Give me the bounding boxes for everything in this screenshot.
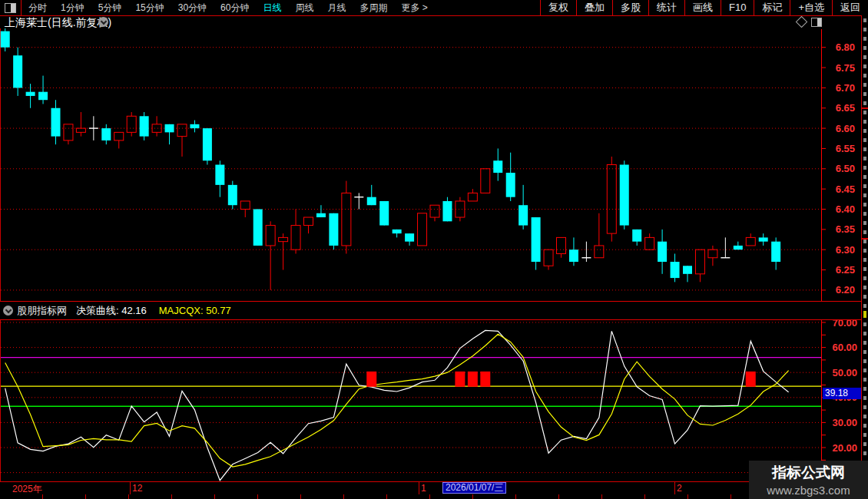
candle-down	[393, 230, 402, 233]
candle-down	[506, 173, 515, 197]
toolbar-button-7[interactable]: +自选	[790, 0, 832, 15]
svg-text:6.75: 6.75	[836, 62, 855, 74]
candle-up	[595, 246, 604, 258]
svg-text:6.65: 6.65	[836, 102, 855, 114]
strip-highlight-glyph	[863, 311, 866, 318]
toolbar-button-8[interactable]: 返回	[832, 0, 868, 15]
symbol-title: 上海莱士(日线.前复权)	[5, 16, 111, 30]
tab-period-6[interactable]: 日线	[256, 2, 288, 15]
svg-text:30.00: 30.00	[832, 417, 857, 428]
tab-period-8[interactable]: 月线	[320, 2, 353, 15]
svg-text:6.35: 6.35	[836, 223, 855, 235]
strip-section-divider	[862, 107, 868, 109]
tab-period-3[interactable]: 15分钟	[128, 2, 171, 15]
candle-up	[342, 193, 351, 246]
tab-period-2[interactable]: 5分钟	[91, 2, 129, 15]
candle-up	[240, 201, 250, 210]
svg-text:50.00: 50.00	[832, 367, 857, 378]
timeline-label: 2	[677, 483, 682, 494]
timeline-divider	[130, 482, 131, 494]
timeline-divider	[674, 482, 675, 494]
candle-down	[190, 124, 199, 128]
svg-text:60.00: 60.00	[832, 342, 857, 353]
tab-period-1[interactable]: 1分钟	[54, 2, 91, 15]
candle-up	[607, 165, 616, 234]
price-axis-labels: 6.806.756.706.656.606.556.506.456.406.35…	[821, 41, 855, 296]
majcqx-value: MAJCQX: 50.77	[159, 305, 231, 316]
tab-period-4[interactable]: 30分钟	[171, 2, 214, 15]
candle-down	[140, 116, 149, 136]
toolbar-button-4[interactable]: 画线	[684, 0, 721, 15]
svg-text:6.55: 6.55	[836, 143, 855, 154]
right-sidebar-clipped[interactable]	[861, 15, 868, 499]
candle-down	[228, 185, 237, 205]
svg-text:6.50: 6.50	[836, 163, 855, 174]
tab-period-7[interactable]: 周线	[288, 2, 320, 15]
chevron-down-icon[interactable]	[98, 17, 108, 27]
indicator-threshold-lines	[1, 358, 821, 407]
toolbar-button-0[interactable]: 复权	[540, 0, 576, 15]
red-signal-block	[480, 372, 490, 387]
candle-down	[671, 262, 680, 278]
indicator-line-majcqx	[5, 334, 789, 467]
toolbar-button-3[interactable]: 统计	[648, 0, 684, 15]
candle-up	[279, 237, 288, 241]
toolbar-button-6[interactable]: 标记	[754, 0, 790, 15]
svg-text:6.30: 6.30	[836, 244, 855, 256]
svg-text:6.25: 6.25	[836, 264, 855, 276]
watermark-url: www.zbgs3.com	[749, 484, 868, 497]
candle-down	[329, 213, 338, 246]
candle-down	[253, 210, 263, 246]
candle-down	[13, 55, 22, 88]
candle-up	[544, 250, 553, 266]
candle-up	[708, 250, 717, 258]
candle-down	[518, 205, 528, 225]
period-tabs: 分时1分钟5分钟15分钟30分钟60分钟日线周线月线多周期更多 >	[22, 2, 435, 15]
candle-down	[316, 213, 326, 217]
candle-down	[759, 237, 768, 241]
indicator-gridlines	[1, 322, 821, 473]
trading-app-window: 6.806.756.706.656.606.556.506.456.406.35…	[0, 0, 868, 499]
candle-up	[64, 124, 73, 140]
svg-text:6.40: 6.40	[836, 203, 855, 215]
candle-down	[405, 233, 414, 242]
panel-layout-icon[interactable]	[811, 18, 822, 27]
indicator-source-label: 股朋指标网	[17, 304, 67, 318]
layout-split-icon[interactable]	[5, 3, 16, 13]
toolbar-button-1[interactable]: 叠加	[576, 0, 612, 15]
candle-up	[481, 169, 490, 193]
indicator-header: 股朋指标网 决策曲线: 42.16 MAJCQX: 50.77	[0, 301, 868, 320]
svg-text:6.20: 6.20	[836, 284, 855, 296]
diamond-icon[interactable]	[796, 16, 808, 28]
svg-text:6.70: 6.70	[836, 82, 855, 94]
tab-period-5[interactable]: 60分钟	[214, 2, 256, 15]
toolbar-right-buttons: 复权叠加多股统计画线F10标记+自选返回	[540, 0, 868, 15]
watermark-title: 指标公式网	[749, 463, 868, 483]
candle-up	[456, 201, 465, 217]
tab-period-10[interactable]: 更多 >	[394, 2, 434, 15]
candle-down	[38, 92, 48, 101]
candle-down	[532, 217, 541, 262]
price-gridlines	[1, 48, 821, 290]
svg-text:6.80: 6.80	[836, 41, 855, 53]
candle-up	[695, 250, 704, 274]
clipped-vertical-text	[863, 18, 866, 479]
candle-up	[266, 226, 275, 246]
tab-period-9[interactable]: 多周期	[353, 2, 394, 15]
candle-down	[51, 108, 61, 137]
candle-up	[114, 132, 124, 140]
toolbar-button-5[interactable]: F10	[721, 0, 754, 15]
candle-up	[291, 226, 300, 250]
candle-down	[379, 201, 389, 226]
decision-curve-value: 决策曲线: 42.16	[76, 304, 147, 318]
candle-down	[569, 250, 578, 262]
tab-period-0[interactable]: 分时	[22, 2, 54, 15]
toolbar-button-2[interactable]: 多股	[612, 0, 648, 15]
candle-down	[101, 128, 111, 140]
timeline-axis[interactable]: 2026/01/07/三 2025年1212	[0, 481, 868, 495]
charts-canvas: 6.806.756.706.656.606.556.506.456.406.35…	[0, 0, 868, 499]
candle-up	[177, 124, 187, 137]
chevron-down-icon[interactable]	[3, 306, 13, 316]
svg-text:6.60: 6.60	[836, 123, 855, 134]
candle-down	[632, 230, 641, 242]
